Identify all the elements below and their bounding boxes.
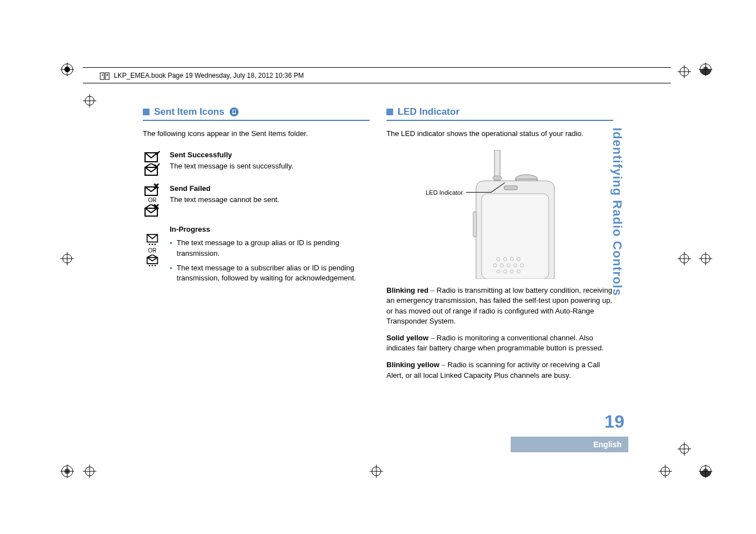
bullet-text: The text message to a subscriber alias o… xyxy=(177,263,370,283)
svg-point-62 xyxy=(152,244,153,246)
radio-figure: LED Indicator xyxy=(386,150,599,279)
crosshair-icon xyxy=(659,465,672,478)
page: LKP_EMEA.book Page 19 Wednesday, July 18… xyxy=(0,0,756,534)
or-label: OR xyxy=(148,247,157,254)
language-band: English xyxy=(511,437,628,452)
bullet-square-icon xyxy=(386,109,393,115)
svg-point-87 xyxy=(493,176,502,180)
header-text: LKP_EMEA.book Page 19 Wednesday, July 18… xyxy=(114,72,304,79)
icon-row-send-failed: OR Send Failed The text message cannot b… xyxy=(143,184,370,217)
envelope-failed-icon xyxy=(144,184,160,196)
para-lead: Blinking yellow xyxy=(386,360,440,369)
svg-rect-86 xyxy=(473,212,477,237)
side-chapter-title: Identifying Radio Controls xyxy=(610,128,624,296)
crosshair-icon xyxy=(83,94,96,107)
registration-mark-icon xyxy=(699,465,712,478)
intro-text: The LED indicator shows the operational … xyxy=(386,129,613,139)
section-rule xyxy=(386,120,613,121)
svg-rect-85 xyxy=(504,186,517,190)
bullet-item: • The text message to a subscriber alias… xyxy=(170,263,370,283)
item-heading: In-Progress xyxy=(170,224,370,235)
para-blinking-red: Blinking red – Radio is transmitting at … xyxy=(386,285,613,326)
content: Sent Item Icons The following icons appe… xyxy=(143,106,613,387)
crosshair-icon xyxy=(699,252,712,265)
envelope-open-failed-icon xyxy=(144,204,160,217)
crosshair-icon xyxy=(678,65,691,78)
envelope-sent-icon xyxy=(144,150,160,162)
language-label: English xyxy=(593,440,622,449)
crosshair-icon xyxy=(678,252,691,265)
svg-point-61 xyxy=(149,244,151,246)
svg-point-65 xyxy=(149,265,151,266)
figure-label: LED Indicator xyxy=(426,189,463,196)
svg-rect-51 xyxy=(233,110,235,113)
radio-illustration-icon xyxy=(386,150,599,279)
item-heading: Sent Successfully xyxy=(170,150,370,160)
svg-point-67 xyxy=(155,265,156,266)
left-column: Sent Item Icons The following icons appe… xyxy=(143,106,370,387)
para-lead: Solid yellow xyxy=(386,334,428,342)
registration-mark-icon xyxy=(699,63,712,76)
bullet-dot-icon: • xyxy=(170,238,172,258)
header-rule-bottom xyxy=(83,83,671,83)
svg-point-63 xyxy=(155,244,156,246)
bullet-item: • The text message to a group alias or I… xyxy=(170,238,370,258)
envelope-open-progress-icon xyxy=(144,255,160,267)
header-rule-top xyxy=(83,67,671,68)
feature-badge-icon xyxy=(229,107,239,117)
icon-row-sent-success: Sent Successfully The text message is se… xyxy=(143,150,370,176)
svg-point-66 xyxy=(152,265,153,266)
section-title-text: Sent Item Icons xyxy=(154,106,225,118)
icon-stack: OR xyxy=(143,184,162,217)
crosshair-icon xyxy=(370,465,383,478)
bullet-text: The text message to a group alias or ID … xyxy=(177,238,370,258)
svg-rect-71 xyxy=(482,194,549,279)
right-column: LED Indicator The LED indicator shows th… xyxy=(386,106,613,387)
registration-mark-icon xyxy=(60,465,74,478)
item-body: The text message is sent successfully. xyxy=(170,162,293,170)
bullet-square-icon xyxy=(143,109,150,115)
crosshair-icon xyxy=(83,465,96,478)
svg-rect-1 xyxy=(105,73,109,79)
icon-text: Sent Successfully The text message is se… xyxy=(170,150,370,176)
dash: – xyxy=(428,334,436,342)
para-blinking-yellow: Blinking yellow – Radio is scanning for … xyxy=(386,360,613,380)
icon-text: Send Failed The text message cannot be s… xyxy=(170,184,370,217)
icon-row-in-progress: . OR In-Progress • The text message to a… xyxy=(143,224,370,288)
book-icon xyxy=(100,72,110,80)
icon-stack xyxy=(143,150,162,176)
svg-rect-0 xyxy=(100,73,104,79)
crosshair-icon xyxy=(678,442,691,456)
section-title-led: LED Indicator xyxy=(386,106,613,118)
intro-text: The following icons appear in the Sent I… xyxy=(143,129,370,139)
dash: – xyxy=(440,360,447,369)
bullet-dot-icon: • xyxy=(170,263,172,283)
bullet-list: • The text message to a group alias or I… xyxy=(170,238,370,283)
envelope-open-sent-icon xyxy=(144,163,160,176)
para-solid-yellow: Solid yellow – Radio is monitoring a con… xyxy=(386,333,613,353)
page-number: 19 xyxy=(604,411,624,432)
envelope-progress-icon xyxy=(144,234,160,246)
section-title-sent-items: Sent Item Icons xyxy=(143,106,370,118)
section-rule xyxy=(143,120,370,121)
or-label: OR xyxy=(148,197,157,203)
item-heading: Send Failed xyxy=(170,184,370,194)
item-body: The text message cannot be sent. xyxy=(170,195,279,204)
header-meta: LKP_EMEA.book Page 19 Wednesday, July 18… xyxy=(100,72,304,80)
section-title-text: LED Indicator xyxy=(398,106,460,118)
dash: – xyxy=(428,286,436,294)
para-lead: Blinking red xyxy=(386,286,428,294)
icon-text: In-Progress • The text message to a grou… xyxy=(170,224,370,288)
callout-line xyxy=(466,192,491,193)
registration-mark-icon xyxy=(60,63,74,76)
crosshair-icon xyxy=(60,252,74,265)
icon-stack: . OR xyxy=(143,224,162,288)
